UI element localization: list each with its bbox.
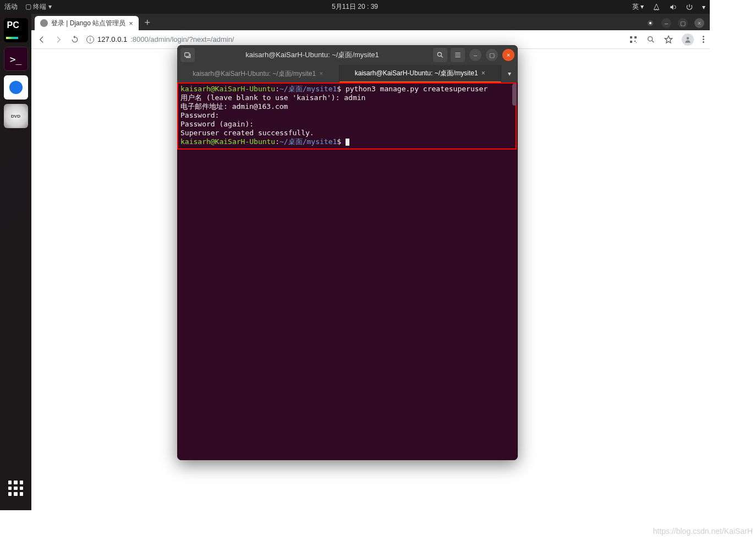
- terminal-header: kaisarh@KaiSarH-Ubuntu: ~/桌面/mysite1 – ▢…: [177, 45, 518, 65]
- terminal-minimize-button[interactable]: –: [469, 49, 481, 61]
- terminal-window: kaisarh@KaiSarH-Ubuntu: ~/桌面/mysite1 – ▢…: [177, 45, 518, 460]
- terminal-output-line: 电子邮件地址: admin@163.com: [180, 102, 288, 111]
- svg-rect-6: [634, 36, 637, 38]
- browser-tabstrip: 登录 | Django 站点管理员 × + – ▢ ×: [31, 14, 710, 30]
- svg-point-10: [648, 36, 653, 41]
- dock-app-terminal[interactable]: >_: [4, 47, 28, 71]
- svg-rect-12: [185, 53, 189, 57]
- terminal-tab-label: kaisarh@KaiSarH-Ubuntu: ~/桌面/mysite1: [355, 69, 478, 78]
- site-info-icon[interactable]: i: [86, 36, 94, 43]
- clock[interactable]: 5月11日 20 : 39: [332, 2, 378, 12]
- terminal-scrollbar[interactable]: [512, 84, 517, 106]
- terminal-close-button[interactable]: ×: [502, 49, 514, 61]
- zoom-icon[interactable]: [647, 35, 655, 44]
- svg-rect-9: [636, 42, 637, 42]
- terminal-tab-close-button[interactable]: ×: [481, 69, 485, 77]
- window-minimize-button[interactable]: –: [661, 18, 671, 28]
- forward-button[interactable]: [53, 35, 63, 45]
- dock-app-pycharm[interactable]: [4, 18, 28, 42]
- svg-point-13: [437, 52, 441, 56]
- svg-point-11: [687, 37, 689, 40]
- power-icon[interactable]: [686, 3, 693, 11]
- network-icon[interactable]: [653, 3, 660, 11]
- qr-icon[interactable]: [629, 35, 638, 44]
- window-close-button[interactable]: ×: [694, 18, 704, 28]
- dock: >_ DVD: [0, 14, 31, 510]
- terminal-tab[interactable]: kaisarh@KaiSarH-Ubuntu: ~/桌面/mysite1 ×: [177, 65, 339, 82]
- annotation-highlight: kaisarh@KaiSarH-Ubuntu:~/桌面/mysite1$ pyt…: [177, 82, 517, 150]
- terminal-tab-close-button[interactable]: ×: [319, 70, 323, 78]
- terminal-command: python3 manage.py createsuperuser: [346, 85, 487, 93]
- terminal-title: kaisarh@KaiSarH-Ubuntu: ~/桌面/mysite1: [195, 50, 430, 60]
- dock-app-chrome[interactable]: [4, 75, 28, 100]
- terminal-tab[interactable]: kaisarh@KaiSarH-Ubuntu: ~/桌面/mysite1 ×: [339, 65, 502, 82]
- reload-button[interactable]: [70, 35, 80, 45]
- new-tab-button[interactable]: +: [141, 16, 154, 29]
- watermark: https://blog.csdn.net/KaiSarH: [653, 527, 753, 536]
- browser-menu-button[interactable]: [703, 36, 704, 43]
- browser-tab[interactable]: 登录 | Django 站点管理员 ×: [35, 16, 139, 30]
- ime-indicator[interactable]: 英 ▾: [632, 2, 644, 12]
- active-app-indicator[interactable]: ▢ 终端 ▾: [25, 2, 52, 12]
- volume-icon[interactable]: [669, 3, 677, 11]
- terminal-menu-button[interactable]: [451, 48, 465, 62]
- activities-button[interactable]: 活动: [4, 2, 18, 12]
- svg-rect-8: [634, 41, 636, 42]
- tab-favicon-icon: [40, 19, 48, 27]
- svg-point-0: [656, 8, 657, 9]
- terminal-tab-label: kaisarh@KaiSarH-Ubuntu: ~/桌面/mysite1: [193, 69, 316, 79]
- svg-rect-5: [630, 36, 632, 38]
- terminal-body[interactable]: kaisarh@KaiSarH-Ubuntu:~/桌面/mysite1$ pyt…: [177, 82, 518, 460]
- dock-app-disc[interactable]: DVD: [4, 104, 28, 128]
- dock-show-apps-button[interactable]: [4, 476, 28, 500]
- terminal-output-line: Password:: [180, 111, 219, 119]
- back-button[interactable]: [37, 35, 47, 45]
- terminal-maximize-button[interactable]: ▢: [486, 49, 498, 61]
- url-path: :8000/admin/login/?next=/admin/: [130, 35, 234, 43]
- terminal-new-tab-button[interactable]: [180, 48, 195, 62]
- svg-point-4: [649, 22, 651, 24]
- svg-rect-7: [630, 41, 632, 43]
- svg-point-2: [657, 9, 658, 10]
- url-host: 127.0.0.1: [97, 35, 127, 43]
- address-bar[interactable]: i 127.0.0.1:8000/admin/login/?next=/admi…: [86, 35, 234, 43]
- bookmark-icon[interactable]: [664, 35, 673, 44]
- tab-title: 登录 | Django 站点管理员: [51, 19, 125, 28]
- terminal-output-line: Password (again):: [180, 120, 254, 128]
- svg-point-1: [655, 9, 656, 10]
- terminal-tabs-dropdown[interactable]: ▾: [501, 65, 518, 82]
- terminal-output-line: Superuser created successfully.: [180, 129, 314, 137]
- window-maximize-button[interactable]: ▢: [678, 18, 688, 28]
- incognito-indicator-icon: [646, 19, 655, 27]
- terminal-output-line: 用户名 (leave blank to use 'kaisarh'): admi…: [180, 93, 365, 102]
- top-panel: 活动 ▢ 终端 ▾ 5月11日 20 : 39 英 ▾ ▾: [0, 0, 710, 14]
- terminal-search-button[interactable]: [433, 48, 447, 62]
- profile-avatar[interactable]: [682, 34, 694, 46]
- system-menu-chevron-icon[interactable]: ▾: [702, 3, 705, 11]
- tab-close-button[interactable]: ×: [129, 19, 133, 27]
- terminal-cursor: [346, 139, 349, 146]
- terminal-tabstrip: kaisarh@KaiSarH-Ubuntu: ~/桌面/mysite1 × k…: [177, 65, 518, 82]
